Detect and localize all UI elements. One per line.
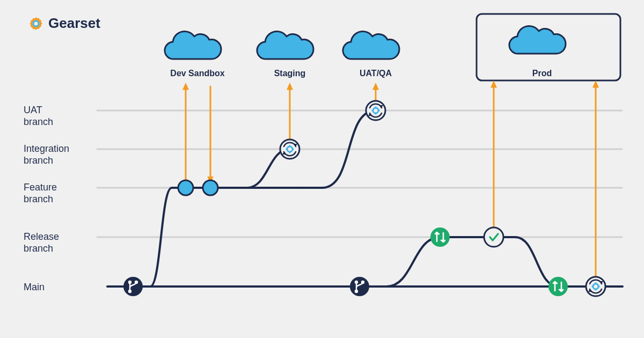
node-feature-commit-2 xyxy=(203,180,218,195)
node-main-commit-1 xyxy=(123,277,143,296)
branch-paths xyxy=(107,111,623,286)
node-feature-commit-1 xyxy=(178,180,193,195)
pipeline-diagram xyxy=(0,0,644,338)
node-main-merge xyxy=(548,277,568,296)
cloud-prod xyxy=(509,26,566,54)
node-main-commit-2 xyxy=(350,277,369,296)
deploy-arrows xyxy=(186,84,596,279)
node-release-merge xyxy=(430,227,450,247)
diagram-canvas: Gearset UATbranch Integrationbranch Feat… xyxy=(0,0,644,338)
node-main-ci xyxy=(586,277,605,296)
cloud-uat xyxy=(343,31,399,59)
node-uat-ci xyxy=(366,101,385,120)
cloud-staging xyxy=(257,31,313,59)
branch-gridlines xyxy=(97,111,623,237)
cloud-dev xyxy=(165,31,221,59)
node-release-check xyxy=(484,227,503,247)
node-integration-ci xyxy=(280,139,299,159)
